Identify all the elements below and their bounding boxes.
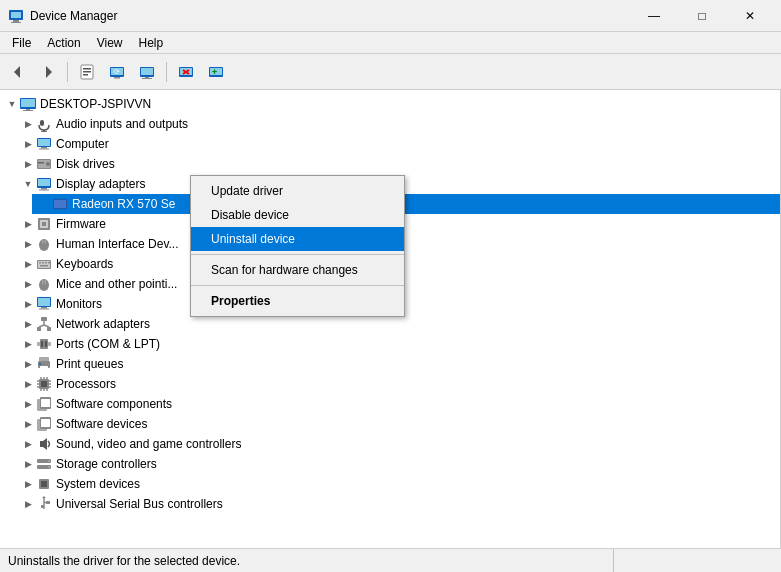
- svg-rect-27: [26, 109, 30, 110]
- software-comp-label: Software components: [56, 397, 172, 411]
- menu-view[interactable]: View: [89, 32, 131, 53]
- tree-radeon[interactable]: Radeon RX 570 Se: [32, 194, 780, 214]
- toolbar-properties-button[interactable]: [73, 58, 101, 86]
- toolbar-add-button[interactable]: +: [202, 58, 230, 86]
- toolbar-back-button[interactable]: [4, 58, 32, 86]
- root-icon: [20, 96, 36, 112]
- network-icon: [36, 316, 52, 332]
- toolbar-remove-button[interactable]: [172, 58, 200, 86]
- tree-ports[interactable]: ▶ Ports (COM & LPT): [16, 334, 780, 354]
- expand-disk-icon: ▶: [20, 156, 36, 172]
- radeon-label: Radeon RX 570 Se: [72, 197, 175, 211]
- tree-software-comp[interactable]: ▶ Software components: [16, 394, 780, 414]
- ports-label: Ports (COM & LPT): [56, 337, 160, 351]
- maximize-button[interactable]: □: [679, 0, 725, 32]
- svg-rect-73: [45, 341, 47, 347]
- svg-rect-39: [38, 162, 44, 164]
- storage-label: Storage controllers: [56, 457, 157, 471]
- svg-rect-42: [41, 188, 47, 190]
- sound-icon: [36, 436, 52, 452]
- disk-icon: [36, 156, 52, 172]
- ctx-separator: [191, 254, 404, 255]
- expand-root-icon: ▼: [4, 96, 20, 112]
- ctx-separator-2: [191, 285, 404, 286]
- radeon-icon: [52, 196, 68, 212]
- svg-rect-8: [83, 71, 91, 73]
- menu-file[interactable]: File: [4, 32, 39, 53]
- svg-rect-26: [21, 99, 35, 107]
- tree-sound[interactable]: ▶ Sound, video and game controllers: [16, 434, 780, 454]
- expand-network-icon: ▶: [20, 316, 36, 332]
- expand-monitors-icon: ▶: [20, 296, 36, 312]
- tree-network[interactable]: ▶ Network adapters: [16, 314, 780, 334]
- tree-computer[interactable]: ▶ Computer: [16, 134, 780, 154]
- svg-rect-53: [39, 262, 41, 264]
- svg-rect-66: [37, 327, 41, 331]
- svg-line-69: [39, 325, 44, 327]
- svg-text:+: +: [212, 67, 217, 77]
- ctx-scan-hardware[interactable]: Scan for hardware changes: [191, 258, 404, 282]
- app-icon: [8, 8, 24, 24]
- minimize-button[interactable]: —: [631, 0, 677, 32]
- svg-marker-100: [40, 438, 47, 450]
- keyboards-label: Keyboards: [56, 257, 113, 271]
- expand-usb-icon: ▶: [20, 496, 36, 512]
- tree-processors[interactable]: ▶ Proces: [16, 374, 780, 394]
- svg-point-38: [46, 162, 50, 166]
- device-tree[interactable]: ▼ DESKTOP-JSPIVVN ▶: [0, 90, 781, 548]
- tree-software-dev[interactable]: ▶ Software devices: [16, 414, 780, 434]
- ctx-disable-device[interactable]: Disable device: [191, 203, 404, 227]
- monitors-label: Monitors: [56, 297, 102, 311]
- toolbar-scan-button[interactable]: [133, 58, 161, 86]
- svg-rect-55: [45, 262, 47, 264]
- software-dev-icon: [36, 416, 52, 432]
- title-bar: Device Manager — □ ✕: [0, 0, 781, 32]
- ctx-update-driver[interactable]: Update driver: [191, 179, 404, 203]
- svg-rect-56: [48, 262, 50, 264]
- svg-point-103: [48, 460, 50, 462]
- svg-rect-34: [41, 147, 47, 149]
- tree-storage[interactable]: ▶ Storage controllers: [16, 454, 780, 474]
- expand-radeon-icon: [36, 196, 52, 212]
- svg-rect-12: [114, 77, 120, 79]
- svg-rect-79: [39, 363, 41, 365]
- firmware-icon: [36, 216, 52, 232]
- toolbar-forward-button[interactable]: [34, 58, 62, 86]
- audio-label: Audio inputs and outputs: [56, 117, 188, 131]
- tree-system[interactable]: ▶ System devices: [16, 474, 780, 494]
- svg-rect-15: [141, 68, 153, 75]
- svg-rect-99: [41, 419, 50, 427]
- expand-audio-icon: ▶: [20, 116, 36, 132]
- expand-print-icon: ▶: [20, 356, 36, 372]
- expand-display-icon: ▼: [20, 176, 36, 192]
- svg-marker-5: [46, 66, 52, 78]
- expand-keyboards-icon: ▶: [20, 256, 36, 272]
- toolbar-separator-2: [166, 62, 167, 82]
- usb-icon: [36, 496, 52, 512]
- monitor-icon: [36, 296, 52, 312]
- expand-computer-icon: ▶: [20, 136, 36, 152]
- svg-rect-3: [11, 22, 21, 23]
- tree-disk[interactable]: ▶ Disk drives: [16, 154, 780, 174]
- print-label: Print queues: [56, 357, 123, 371]
- close-button[interactable]: ✕: [727, 0, 773, 32]
- tree-print[interactable]: ▶ Print queues: [16, 354, 780, 374]
- tree-usb[interactable]: ▶ Universal Serial Bus controllers: [16, 494, 780, 514]
- menu-help[interactable]: Help: [131, 32, 172, 53]
- processors-label: Processors: [56, 377, 116, 391]
- svg-rect-29: [40, 120, 44, 126]
- svg-rect-46: [42, 222, 46, 226]
- system-icon: [36, 476, 52, 492]
- toolbar-update-driver-button[interactable]: ⟳: [103, 58, 131, 86]
- svg-rect-28: [23, 110, 33, 111]
- expand-hid-icon: ▶: [20, 236, 36, 252]
- system-label: System devices: [56, 477, 140, 491]
- svg-rect-9: [83, 74, 88, 76]
- tree-root[interactable]: ▼ DESKTOP-JSPIVVN: [0, 94, 780, 114]
- ctx-uninstall-device[interactable]: Uninstall device: [191, 227, 404, 251]
- status-text: Uninstalls the driver for the selected d…: [8, 554, 613, 568]
- network-label: Network adapters: [56, 317, 150, 331]
- ctx-properties[interactable]: Properties: [191, 289, 404, 313]
- tree-audio[interactable]: ▶ Audio inputs and outputs: [16, 114, 780, 134]
- menu-action[interactable]: Action: [39, 32, 88, 53]
